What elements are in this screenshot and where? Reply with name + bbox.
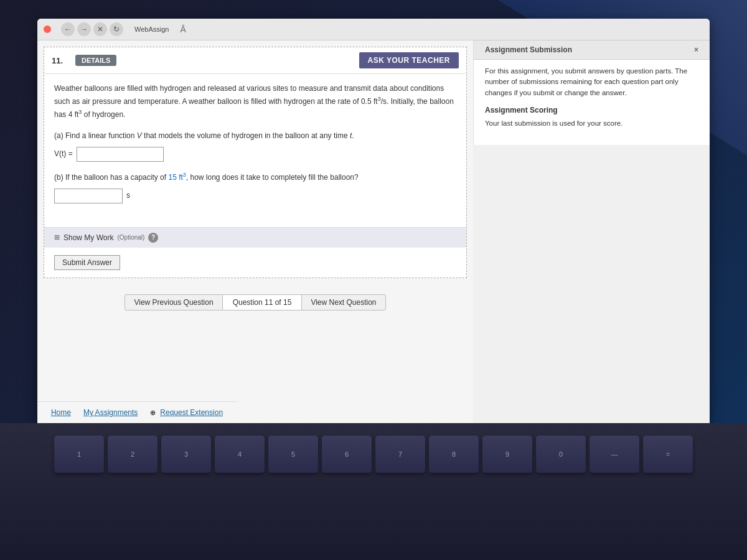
part-a-input-label: V(t) =	[54, 148, 73, 160]
prev-question-button[interactable]: View Previous Question	[125, 294, 222, 310]
key-dash: —	[590, 436, 639, 473]
key-6: 6	[322, 436, 372, 473]
question-body: Weather balloons are filled with hydroge…	[44, 74, 466, 221]
question-navigation: View Previous Question Question 11 of 15…	[125, 294, 385, 310]
details-badge[interactable]: DETAILS	[75, 55, 116, 66]
browser-window: ← → ✕ ↻ WebAssign Ā Assignment Submissio…	[37, 19, 710, 423]
key-equals: =	[643, 436, 693, 473]
show-work-bar[interactable]: ⊞ Show My Work (Optional) ?	[44, 227, 466, 248]
browser-title: WebAssign	[134, 26, 169, 33]
next-question-button[interactable]: View Next Question	[301, 294, 385, 310]
part-b-input[interactable]	[54, 189, 123, 203]
part-a-label: (a) Find a linear function V that models…	[54, 130, 456, 142]
question-text: Weather balloons are filled with hydroge…	[54, 83, 456, 121]
key-3: 3	[161, 436, 211, 473]
question-part-b: (b) If the balloon has a capacity of 15 …	[54, 170, 456, 203]
extension-link[interactable]: Request Extension	[160, 408, 223, 417]
expand-icon: ⊞	[54, 233, 60, 241]
info-panel-title-bar: Assignment Submission ×	[474, 40, 710, 60]
browser-nav-buttons: ← → ✕ ↻	[61, 22, 123, 36]
extension-icon: ⊕	[150, 409, 156, 417]
question-header: 11. DETAILS ASK YOUR TEACHER	[44, 47, 466, 74]
help-icon[interactable]: ?	[148, 233, 158, 243]
forward-button[interactable]: →	[77, 22, 91, 36]
key-0: 0	[536, 436, 586, 473]
info-panel: Assignment Submission × For this assignm…	[473, 40, 710, 145]
part-a-input[interactable]	[77, 147, 164, 162]
browser-content: Assignment Submission × For this assignm…	[37, 40, 710, 423]
address-icon: Ā	[180, 24, 186, 34]
key-1: 1	[54, 436, 104, 473]
info-panel-title-text: Assignment Submission	[485, 44, 572, 55]
question-info: Question 11 of 15	[223, 294, 302, 310]
submit-area: Submit Answer	[44, 248, 466, 278]
assignments-link[interactable]: My Assignments	[83, 408, 138, 417]
scoring-text: Your last submission is used for your sc…	[485, 118, 698, 129]
key-2: 2	[108, 436, 157, 473]
optional-badge: (Optional)	[117, 234, 144, 241]
question-part-a: (a) Find a linear function V that models…	[54, 130, 456, 162]
key-5: 5	[268, 436, 318, 473]
home-link[interactable]: Home	[51, 408, 71, 417]
key-8: 8	[429, 436, 479, 473]
info-panel-close[interactable]: ×	[694, 44, 698, 55]
key-7: 7	[375, 436, 425, 473]
key-4: 4	[215, 436, 265, 473]
submit-button[interactable]: Submit Answer	[54, 255, 120, 270]
part-a-answer-row: V(t) =	[54, 147, 456, 162]
traffic-light-close[interactable]	[44, 26, 51, 33]
question-number: 11.	[52, 56, 63, 65]
keyboard-area: 1 2 3 4 5 6 7 8 9 0 — =	[0, 423, 747, 560]
info-panel-description: For this assignment, you submit answers …	[485, 66, 698, 98]
question-container: 11. DETAILS ASK YOUR TEACHER Weather bal…	[44, 47, 467, 278]
main-area: 11. DETAILS ASK YOUR TEACHER Weather bal…	[37, 40, 473, 423]
part-b-answer-row: s	[54, 189, 456, 203]
part-b-unit: s	[126, 190, 130, 202]
ask-teacher-button[interactable]: ASK YOUR TEACHER	[359, 52, 459, 68]
back-button[interactable]: ←	[61, 22, 75, 36]
refresh-button[interactable]: ↻	[110, 22, 123, 36]
browser-titlebar: ← → ✕ ↻ WebAssign Ā	[37, 19, 710, 40]
key-9: 9	[482, 436, 532, 473]
address-bar-area: Ā	[180, 24, 703, 34]
close-button[interactable]: ✕	[93, 22, 107, 36]
scoring-title: Assignment Scoring	[485, 105, 698, 116]
footer-links: Home My Assignments ⊕ Request Extension	[37, 401, 237, 423]
part-b-label: (b) If the balloon has a capacity of 15 …	[54, 170, 456, 184]
show-work-label: Show My Work	[63, 233, 113, 242]
